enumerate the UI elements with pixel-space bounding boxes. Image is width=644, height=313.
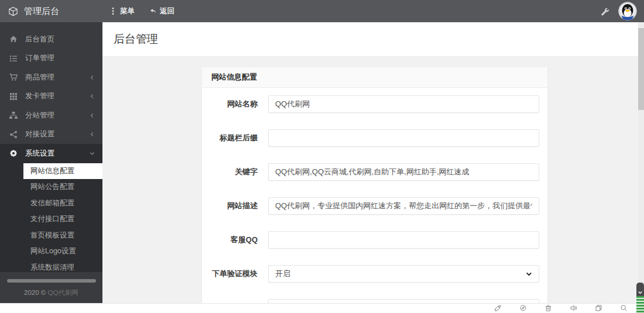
main-area: 后台管理 网站信息配置 网站名称标题栏后缀关键字网站描述客服QQ下单验证模块开启…	[102, 22, 638, 303]
home-icon	[9, 35, 18, 44]
submenu-item[interactable]: 发信邮箱配置	[0, 195, 102, 212]
field-label: 下单验证模块	[211, 269, 258, 279]
vertical-scrollbar[interactable]	[638, 22, 644, 303]
sitemap-icon	[9, 111, 18, 120]
form-row-1: 标题栏后缀	[202, 129, 547, 147]
sidebar-item-3[interactable]: 发卡管理	[0, 87, 102, 106]
sidebar-item-0[interactable]: 后台首页	[0, 30, 102, 49]
field-input[interactable]	[268, 197, 539, 215]
app-brand: 管理后台	[0, 0, 102, 22]
penguin-avatar-image	[618, 2, 637, 20]
field-input[interactable]	[268, 163, 539, 181]
panel-body: 网站名称标题栏后缀关键字网站描述客服QQ下单验证模块开启做单平台标题	[202, 88, 547, 303]
menu-button[interactable]: 菜单	[102, 0, 142, 22]
field-input[interactable]	[268, 129, 539, 147]
chevron-left-icon	[90, 94, 95, 99]
widget-stripes	[636, 296, 644, 313]
sidebar-item-5[interactable]: 对接设置	[0, 125, 102, 145]
sidebar-item-1[interactable]: 订单管理	[0, 49, 102, 68]
field-label: 标题栏后缀	[211, 133, 258, 143]
form-row-3: 网站描述	[202, 197, 547, 215]
sidebar-item-label: 对接设置	[25, 129, 54, 139]
sidebar-item-2[interactable]: 商品管理	[0, 68, 102, 87]
form-row-6: 做单平台标题	[202, 299, 547, 303]
page-header: 后台管理	[102, 22, 638, 57]
chevron-left-icon	[90, 132, 95, 137]
sidebar-item-label: 分站管理	[25, 111, 54, 121]
bottom-strip	[0, 303, 644, 313]
cube-icon	[8, 6, 18, 16]
scrollbar-thumb[interactable]	[638, 28, 644, 110]
field-select[interactable]: 开启	[268, 265, 539, 283]
field-input[interactable]	[268, 231, 539, 249]
form-row-4: 客服QQ	[202, 231, 547, 249]
chevron-left-icon	[90, 113, 95, 118]
vertical-dots-icon	[110, 8, 117, 15]
field-label: 网站名称	[211, 99, 258, 109]
gear-icon	[9, 149, 18, 158]
copyright-site: QQ代刷网	[48, 289, 78, 296]
form-row-0: 网站名称	[202, 95, 547, 113]
sidebar-nav: 后台首页订单管理商品管理发卡管理分站管理对接设置系统设置网站信息配置网站公告配置…	[0, 22, 102, 276]
sidebar-item-label: 商品管理	[25, 73, 54, 82]
chevron-down-icon	[526, 271, 532, 277]
qq-avatar[interactable]	[618, 2, 637, 20]
submenu-item[interactable]: 首页模板设置	[0, 228, 102, 244]
page-title: 后台管理	[114, 32, 158, 47]
wrench-icon[interactable]	[600, 7, 609, 16]
window-icon[interactable]	[595, 304, 602, 312]
cart-icon	[9, 73, 18, 82]
trash-icon[interactable]	[544, 304, 552, 312]
panel-title: 网站信息配置	[211, 72, 257, 82]
compass-icon[interactable]	[519, 304, 527, 312]
bottom-toolbar	[494, 304, 628, 312]
side-widget[interactable]	[636, 283, 644, 313]
sidebar-submenu: 网站信息配置网站公告配置发信邮箱配置支付接口配置首页模板设置网站Logo设置系统…	[0, 163, 102, 276]
sidebar-item-label: 后台首页	[25, 35, 54, 44]
chevron-down-icon[interactable]	[636, 283, 644, 296]
site-info-panel: 网站信息配置 网站名称标题栏后缀关键字网站描述客服QQ下单验证模块开启做单平台标…	[202, 67, 547, 303]
field-label: 关键字	[211, 167, 258, 177]
sidebar: 后台首页订单管理商品管理发卡管理分站管理对接设置系统设置网站信息配置网站公告配置…	[0, 22, 102, 303]
copyright-year: 2020 ©	[24, 289, 47, 296]
sidebar-item-label: 订单管理	[25, 53, 54, 63]
field-input[interactable]	[268, 95, 539, 113]
sidebar-item-label: 发卡管理	[25, 91, 54, 101]
field-input[interactable]	[268, 299, 539, 303]
sidebar-scroll-pill[interactable]	[7, 279, 96, 283]
chevron-down-icon	[90, 151, 95, 156]
form-row-2: 关键字	[202, 163, 547, 181]
rocket-icon[interactable]	[494, 304, 502, 312]
submenu-item[interactable]: 网站公告配置	[0, 179, 102, 195]
field-label: 客服QQ	[211, 235, 258, 245]
topbar: 管理后台 菜单 返回	[0, 0, 644, 22]
sidebar-item-4[interactable]: 分站管理	[0, 106, 102, 125]
chevron-left-icon	[90, 75, 95, 80]
share-icon	[9, 130, 18, 139]
menu-button-label: 菜单	[120, 6, 135, 16]
grid-icon	[9, 92, 18, 101]
speaker-icon[interactable]	[570, 304, 577, 312]
form-row-5: 下单验证模块开启	[202, 265, 547, 283]
sidebar-footer: 2020 © QQ代刷网	[0, 272, 102, 303]
back-button[interactable]: 返回	[142, 0, 182, 22]
select-value: 开启	[275, 269, 290, 279]
sidebar-item-6[interactable]: 系统设置	[0, 144, 102, 163]
sidebar-item-label: 系统设置	[25, 149, 54, 159]
copyright: 2020 © QQ代刷网	[0, 288, 102, 297]
panel-header: 网站信息配置	[202, 67, 547, 88]
content-area: 网站信息配置 网站名称标题栏后缀关键字网站描述客服QQ下单验证模块开启做单平台标…	[102, 57, 638, 303]
list-icon	[9, 54, 18, 63]
app-title: 管理后台	[24, 6, 59, 17]
topbar-menu: 菜单 返回	[102, 0, 182, 22]
field-label: 网站描述	[211, 201, 258, 211]
search-icon[interactable]	[620, 304, 628, 312]
back-button-label: 返回	[160, 6, 174, 16]
submenu-item[interactable]: 网站信息配置	[23, 163, 102, 180]
submenu-item[interactable]: 支付接口配置	[0, 211, 102, 228]
topbar-right	[600, 2, 644, 20]
submenu-item[interactable]: 网站Logo设置	[0, 243, 102, 260]
reply-arrow-icon	[150, 8, 156, 15]
